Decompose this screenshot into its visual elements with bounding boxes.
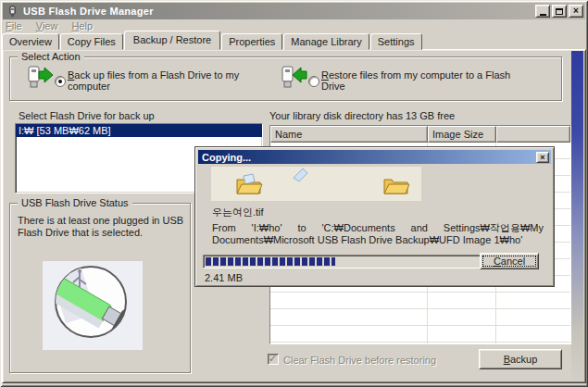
open-folder-icon (235, 172, 263, 196)
usb-plug-image (43, 261, 143, 350)
backup-button-label: Backup (504, 354, 538, 365)
column-header-image-size[interactable]: Image Size (428, 126, 496, 143)
transferred-size: 2.41 MB (205, 272, 243, 283)
window-title: USB Flash Drive Manager (23, 6, 533, 17)
column-header-name[interactable]: Name (270, 126, 428, 143)
copying-file-name: 우는여인.tif (212, 206, 264, 219)
radio-backup-label[interactable]: Back up files from a Flash Drive to my c… (68, 69, 245, 92)
dialog-close-icon: × (540, 153, 544, 162)
copy-progress-bar (203, 255, 481, 268)
checkmark-icon: ✓ (269, 353, 277, 365)
usb-restore-icon (279, 65, 308, 91)
dialog-title: Copying... (202, 152, 536, 163)
tab-copy-files[interactable]: Copy Files (60, 33, 123, 50)
minimize-button[interactable] (535, 5, 550, 18)
maximize-icon (556, 8, 563, 15)
dialog-title-bar: Copying... × (198, 150, 551, 164)
closed-folder-icon (383, 175, 409, 195)
copy-progress-fill (206, 257, 335, 266)
radio-restore-label[interactable]: Restore files from my computer to a Flas… (321, 69, 511, 92)
tab-backup-restore[interactable]: Backup / Restore (124, 31, 220, 50)
radio-backup[interactable] (55, 76, 66, 87)
copy-animation-strip (211, 167, 421, 201)
tab-overview[interactable]: Overview (2, 33, 59, 50)
usb-drive-icon (6, 6, 19, 18)
flying-file-icon (291, 168, 309, 182)
copy-from-to-text: From 'I:₩ho' to 'C:₩Documents and Settin… (212, 222, 544, 246)
tab-strip: Overview Copy Files Backup / Restore Pro… (2, 32, 423, 50)
tab-settings[interactable]: Settings (370, 33, 422, 50)
menu-bar: File View Help (6, 20, 93, 33)
maximize-button[interactable] (552, 5, 567, 18)
menu-view[interactable]: View (36, 20, 58, 33)
menu-file[interactable]: File (6, 20, 22, 33)
accent-gradient-strip (571, 51, 583, 381)
drive-list-label: Select Flash Drive for back up (19, 110, 155, 121)
usb-status-group: USB Flash Drive Status There is at least… (9, 203, 191, 373)
dialog-close-button[interactable]: × (536, 152, 549, 163)
usb-plugged-illustration (43, 261, 143, 350)
column-header-empty[interactable] (496, 126, 570, 143)
radio-restore[interactable] (308, 76, 319, 87)
menu-help[interactable]: Help (71, 20, 93, 33)
backup-button[interactable]: Backup (479, 349, 562, 369)
close-icon: × (573, 6, 579, 16)
tab-properties[interactable]: Properties (221, 33, 282, 50)
usb-status-message: There is at least one plugged in USB Fla… (18, 215, 184, 239)
select-action-title: Select Action (18, 51, 84, 63)
cancel-button-label: Cancel (494, 256, 525, 267)
cancel-button[interactable]: Cancel (480, 253, 539, 269)
library-free-label: Your library disk directory has 13 GB fr… (269, 110, 455, 121)
copying-dialog: Copying... × 우는여인.tif From 'I:₩ho' to 'C… (194, 146, 555, 287)
table-header-row: Name Image Size (270, 126, 570, 143)
drive-list-item[interactable]: I:₩ [53 MB₩62 MB] (16, 124, 262, 137)
usb-backup-icon (25, 65, 55, 91)
tab-manage-library[interactable]: Manage Library (283, 33, 369, 50)
title-bar: USB Flash Drive Manager × (3, 3, 585, 19)
clear-flash-checkbox[interactable]: ✓ (268, 354, 279, 365)
clear-flash-label: Clear Flash Drive before restoring (283, 355, 436, 366)
minimize-icon (540, 14, 546, 16)
close-button[interactable]: × (569, 5, 583, 18)
select-action-group: Select Action Back up files from a Flash… (9, 56, 562, 101)
radio-backup-dot (58, 80, 62, 83)
app-window: USB Flash Drive Manager × File View Help… (0, 0, 588, 387)
usb-status-title: USB Flash Drive Status (18, 197, 132, 209)
